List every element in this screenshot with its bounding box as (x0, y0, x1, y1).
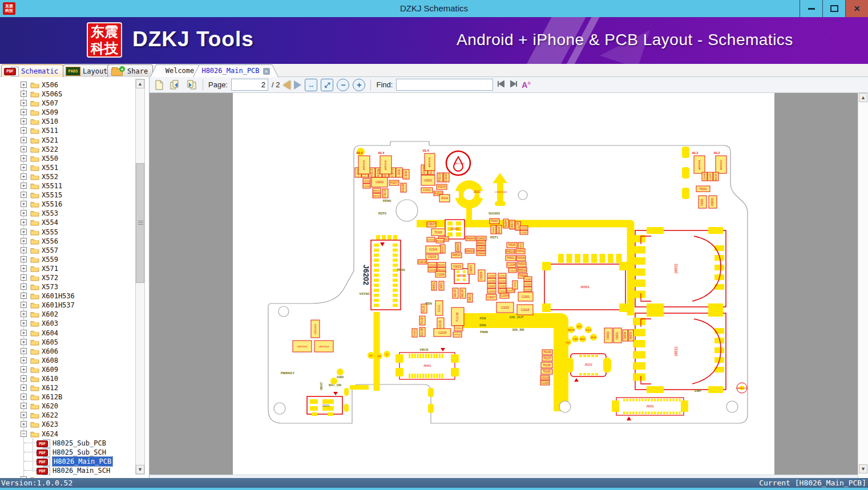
tree-folder-row[interactable]: +X553 (0, 209, 134, 218)
tree-folder-row[interactable]: +X511 (0, 126, 134, 135)
expand-icon[interactable]: + (21, 183, 27, 189)
tree-folder-row[interactable]: +X601H536 (0, 291, 134, 301)
expand-icon[interactable]: + (21, 330, 27, 336)
tree-folder-row[interactable]: +X571 (0, 264, 134, 273)
tree-folder-row[interactable]: +X608 (0, 356, 134, 365)
tree-folder-row[interactable]: +X521 (0, 136, 134, 145)
tree-folder-row[interactable]: +X609 (0, 365, 134, 374)
tree-folder-row[interactable]: +X506 (0, 80, 134, 90)
expand-icon[interactable]: + (21, 91, 27, 97)
tree-file-row[interactable]: PDFH8026_Main_PCB (0, 457, 134, 466)
tree-scrollbar[interactable]: ▲ ▼ (135, 79, 145, 475)
tree-folder-row[interactable]: +X554 (0, 218, 134, 227)
page-input[interactable] (231, 79, 268, 91)
zoom-out-button[interactable]: − (337, 79, 349, 91)
document-area[interactable]: J6202J6501J6502J6531J6401J2001J6001J6102… (150, 93, 868, 478)
tree-folder-row[interactable]: +X5516 (0, 200, 134, 209)
tree-folder-row[interactable]: +X506S (0, 90, 134, 99)
expand-icon[interactable]: + (21, 265, 27, 272)
expand-icon[interactable]: + (21, 293, 27, 299)
scroll-up-icon[interactable]: ▲ (859, 93, 867, 102)
expand-icon[interactable]: + (21, 403, 27, 409)
expand-icon[interactable]: + (21, 118, 27, 124)
scroll-up-icon[interactable]: ▲ (136, 79, 144, 88)
tree-folder-row[interactable]: +X622 (0, 411, 134, 420)
expand-icon[interactable]: + (21, 284, 27, 290)
tree-folder-row[interactable]: +X556 (0, 237, 134, 246)
minimize-button[interactable] (800, 0, 822, 17)
tree-folder-row[interactable]: +X557 (0, 246, 134, 255)
collapse-icon[interactable]: − (21, 431, 27, 437)
tree-folder-row[interactable]: +X620 (0, 402, 134, 411)
expand-icon[interactable]: + (21, 210, 27, 216)
expand-icon[interactable]: + (21, 274, 27, 281)
zoom-in-button[interactable]: + (353, 79, 365, 91)
tree-scroll-thumb[interactable] (136, 163, 144, 283)
expand-icon[interactable]: + (21, 247, 27, 253)
expand-icon[interactable]: + (21, 127, 27, 133)
tab-layout[interactable]: PADS Layout (63, 64, 112, 78)
fit-page-button[interactable]: ⤢ (321, 79, 333, 91)
expand-icon[interactable]: + (21, 173, 27, 180)
close-tab-icon[interactable]: ✕ (263, 68, 270, 75)
expand-icon[interactable]: + (21, 201, 27, 207)
expand-icon[interactable]: + (21, 339, 27, 345)
tree-folder-row[interactable]: +X606 (0, 347, 134, 356)
expand-icon[interactable]: + (21, 137, 27, 143)
tree-folder-row[interactable]: +X603 (0, 319, 134, 328)
prev-view-icon[interactable] (185, 79, 197, 91)
expand-icon[interactable]: + (21, 100, 27, 106)
expand-icon[interactable]: + (21, 311, 27, 317)
expand-icon[interactable]: + (21, 348, 27, 354)
viewer-scrollbar[interactable]: ▲ ▼ (858, 93, 868, 478)
tree-file-row[interactable]: PDFH8026_Main_SCH (0, 466, 134, 475)
expand-icon[interactable]: + (21, 82, 27, 88)
tree-folder-row[interactable]: +X604 (0, 329, 134, 338)
tree-folder-row[interactable]: +X610 (0, 374, 134, 383)
tree-folder-row[interactable]: +X602 (0, 310, 134, 319)
tree-folder-row[interactable]: +X550 (0, 154, 134, 163)
single-page-icon[interactable] (153, 79, 165, 91)
fit-width-button[interactable]: ↔ (305, 79, 317, 91)
tree-folder-row[interactable]: +X573 (0, 282, 134, 291)
tab-schematic[interactable]: PDF Schematic (1, 64, 63, 78)
tree-folder-row[interactable]: +X522 (0, 145, 134, 154)
expand-icon[interactable]: + (21, 146, 27, 152)
expand-icon[interactable]: + (21, 155, 27, 161)
close-button[interactable]: ✕ (845, 0, 868, 17)
expand-icon[interactable]: + (21, 394, 27, 400)
tree-folder-row[interactable]: +X605 (0, 338, 134, 347)
expand-icon[interactable]: + (21, 256, 27, 262)
expand-icon[interactable]: + (21, 192, 27, 198)
scroll-down-icon[interactable]: ▼ (136, 465, 144, 474)
tree-folder-row[interactable]: +X5511 (0, 181, 134, 191)
next-view-icon[interactable] (169, 79, 181, 91)
scroll-down-icon[interactable]: ▼ (859, 464, 867, 473)
expand-icon[interactable]: + (21, 302, 27, 308)
expand-icon[interactable]: + (21, 229, 27, 235)
expand-icon[interactable]: + (21, 476, 27, 478)
tree-folder-row[interactable]: +X507 (0, 99, 134, 108)
expand-icon[interactable]: + (21, 219, 27, 225)
tree-folder-row[interactable]: +X559 (0, 255, 134, 264)
tree-folder-row[interactable]: +X601H537 (0, 301, 134, 310)
expand-icon[interactable]: + (21, 164, 27, 171)
maximize-button[interactable] (822, 0, 845, 17)
tree-folder-row[interactable]: +X509 (0, 108, 134, 117)
expand-icon[interactable]: + (21, 109, 27, 115)
tree-folder-row[interactable]: +X551 (0, 163, 134, 172)
expand-icon[interactable]: + (21, 366, 27, 372)
tree-folder-row[interactable]: +X510 (0, 117, 134, 126)
tree-folder-row[interactable]: −X624 (0, 430, 134, 439)
tree-folder-row[interactable]: +X612B (0, 392, 134, 402)
expand-icon[interactable]: + (21, 412, 27, 418)
expand-icon[interactable]: + (21, 357, 27, 363)
find-input[interactable] (396, 79, 493, 91)
tree-file-row[interactable]: PDFH8025_Sub_SCH (0, 448, 134, 457)
match-case-icon[interactable]: Aa (522, 80, 530, 90)
tree-file-row[interactable]: PDFH8025_Sub_PCB (0, 439, 134, 448)
find-next-icon[interactable] (509, 80, 518, 89)
next-page-icon[interactable] (294, 80, 301, 90)
tree-folder-row[interactable]: +X555 (0, 228, 134, 237)
prev-page-icon[interactable] (283, 80, 290, 90)
